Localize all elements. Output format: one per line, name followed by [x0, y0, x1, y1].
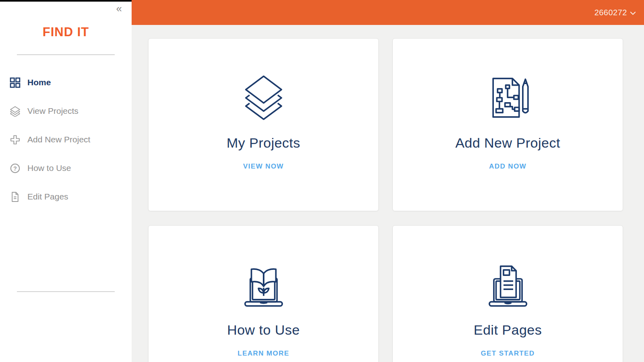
sidebar: « FIND IT Home View Projects — [0, 0, 132, 362]
sidebar-item-view-projects[interactable]: View Projects — [0, 102, 132, 120]
collapse-sidebar-icon[interactable]: « — [116, 3, 121, 14]
sidebar-item-label: Add New Project — [27, 135, 90, 144]
account-id: 2660272 — [594, 8, 627, 17]
learn-more-link[interactable]: LEARN MORE — [237, 350, 289, 358]
sidebar-item-label: Home — [27, 78, 51, 87]
get-started-link[interactable]: GET STARTED — [481, 350, 535, 358]
account-menu[interactable]: 2660272 — [594, 8, 636, 17]
laptop-book-icon — [240, 261, 287, 309]
sidebar-item-add-new-project[interactable]: Add New Project — [0, 130, 132, 149]
sidebar-item-home[interactable]: Home — [0, 73, 132, 92]
card-edit-pages[interactable]: Edit Pages GET STARTED — [392, 225, 623, 362]
card-my-projects[interactable]: My Projects VIEW NOW — [148, 38, 379, 211]
app-logo: FIND IT — [0, 25, 132, 39]
sitemap-pencil-icon — [484, 74, 532, 121]
svg-text:?: ? — [13, 165, 17, 171]
grid-icon — [10, 77, 21, 88]
document-icon — [10, 191, 21, 202]
sidebar-item-label: View Projects — [27, 106, 78, 116]
card-add-new-project[interactable]: Add New Project ADD NOW — [392, 38, 623, 211]
sidebar-nav: Home View Projects Add New Project — [0, 73, 132, 216]
card-title: How to Use — [227, 322, 300, 338]
layers-icon — [240, 74, 287, 121]
main-content: My Projects VIEW NOW Add New Project ADD… — [132, 25, 644, 362]
sidebar-item-how-to-use[interactable]: ? How to Use — [0, 159, 132, 177]
sidebar-divider-top — [17, 54, 115, 55]
sidebar-item-label: How to Use — [27, 163, 71, 173]
plus-icon — [10, 134, 21, 145]
chevron-down-icon — [630, 11, 636, 15]
add-now-link[interactable]: ADD NOW — [489, 162, 526, 171]
view-now-link[interactable]: VIEW NOW — [243, 162, 284, 171]
card-how-to-use[interactable]: How to Use LEARN MORE — [148, 225, 379, 362]
card-title: My Projects — [227, 135, 300, 151]
sidebar-item-edit-pages[interactable]: Edit Pages — [0, 187, 132, 206]
laptop-document-icon — [484, 261, 532, 309]
sidebar-item-label: Edit Pages — [27, 192, 68, 202]
sidebar-top-black-bar — [0, 0, 132, 2]
question-icon: ? — [10, 163, 21, 174]
card-title: Edit Pages — [474, 322, 542, 338]
sidebar-divider-bottom — [17, 291, 115, 292]
card-title: Add New Project — [455, 135, 560, 151]
top-header-bar: 2660272 — [132, 0, 644, 25]
layers-icon — [10, 106, 21, 117]
